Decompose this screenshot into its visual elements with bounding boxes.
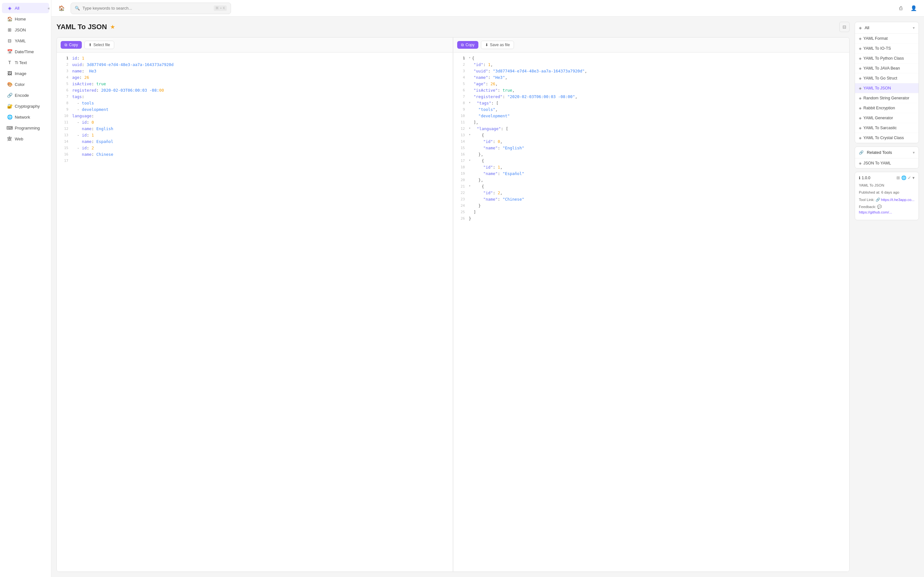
sidebar-item-text[interactable]: T Ti Text xyxy=(2,57,49,68)
sidebar-item-encode[interactable]: 🔗 Encode xyxy=(2,90,49,100)
save-file-label: Save as file xyxy=(490,43,510,47)
line-content: - development xyxy=(72,106,450,113)
related-section-chevron-icon: ▾ xyxy=(913,150,915,155)
line-content: }, xyxy=(469,151,846,158)
tool-item-rabbit-encrypt[interactable]: ◈ Rabbit Encryption xyxy=(855,103,919,113)
globe-icon[interactable]: 🌐 xyxy=(901,175,906,180)
version-number: ℹ 1.0.0 xyxy=(859,176,871,180)
line-content: "tools", xyxy=(469,106,846,113)
sidebar-item-label: All xyxy=(15,6,19,11)
grid-icon[interactable]: ⊞ xyxy=(897,175,900,180)
collapse-arrow[interactable]: ▾ xyxy=(469,158,471,163)
line-number: 11 xyxy=(456,119,465,125)
code-line: 13 ▾ { xyxy=(453,132,849,139)
sidebar-item-home[interactable]: 🏠 Home xyxy=(2,14,49,24)
sidebar-item-label: Ti Text xyxy=(15,60,27,65)
code-line: 3 name: He3 xyxy=(57,68,453,74)
search-bar[interactable]: 🔍 ⌘ + K xyxy=(71,3,231,14)
collapse-arrow[interactable]: ▾ xyxy=(469,183,471,189)
sidebar-item-cryptography[interactable]: 🔐 Cryptography xyxy=(2,101,49,111)
tool-link[interactable]: https://t.he3app.co... xyxy=(881,198,914,201)
home-button[interactable]: 🏠 xyxy=(57,3,67,13)
main-wrapper: 🏠 🔍 ⌘ + K ⎙ 👤 YAML To JSON ★ ⊟ xyxy=(51,0,924,577)
line-number: 26 xyxy=(456,215,465,221)
save-as-file-button[interactable]: ⬇ Save as file xyxy=(481,41,514,49)
tool-label: YAML To Sarcastic xyxy=(863,126,897,130)
line-number: 4 xyxy=(456,74,465,81)
editors-row: ⧉ Copy ⬆ Select file 1 id: 1 xyxy=(57,37,850,572)
all-section-label: All xyxy=(865,25,869,30)
tool-item-random-string[interactable]: ◈ Random String Generator xyxy=(855,93,919,103)
tool-item-yaml-to-python[interactable]: ◈ YAML To Python Class xyxy=(855,53,919,63)
sidebar-item-datetime[interactable]: 📅 Date/Time xyxy=(2,47,49,57)
tool-item-yaml-to-io-ts[interactable]: ◈ YAML To IO-TS xyxy=(855,44,919,53)
related-tools-header[interactable]: 🔗 Related Tools ▾ xyxy=(855,147,919,158)
line-content: "id": 1, xyxy=(469,61,846,68)
search-input[interactable] xyxy=(82,6,211,11)
sidebar-item-all[interactable]: ◈ All xyxy=(2,3,49,13)
code-line: 2 uuid: 3d877494-e7d4-48e3-aa7a-164373a7… xyxy=(57,61,453,68)
line-content: "name": "He3", xyxy=(469,74,846,81)
code-line: 5 isActive: true xyxy=(57,81,453,87)
sidebar-item-label: Color xyxy=(15,82,25,87)
collapse-arrow[interactable]: ▾ xyxy=(469,132,471,137)
tool-icon: ◈ xyxy=(859,136,861,140)
sidebar-item-web[interactable]: 🕸 Web xyxy=(2,134,49,144)
line-content: "uuid": "3d877494-e7d4-48e3-aa7a-164373a… xyxy=(469,68,846,74)
all-tools-header[interactable]: ◈ All ▾ xyxy=(855,22,919,34)
code-line: 26 } xyxy=(453,215,849,222)
sidebar-item-network[interactable]: 🌐 Network xyxy=(2,112,49,122)
sidebar: « ◈ All 🏠 Home ⊞ JSON ⊟ YAML 📅 Date/Time… xyxy=(0,0,51,577)
share-button[interactable]: ⎙ xyxy=(896,3,906,13)
yaml-input-pane: ⧉ Copy ⬆ Select file 1 id: 1 xyxy=(57,37,453,572)
check-icon[interactable]: ✓ xyxy=(908,175,911,180)
collapse-arrow[interactable]: ▾ xyxy=(469,55,471,60)
json-output-pane: ⧉ Copy ⬇ Save as file 1 ▾ { xyxy=(453,37,849,572)
tool-item-yaml-generator[interactable]: ◈ YAML Generator xyxy=(855,113,919,123)
yaml-copy-button[interactable]: ⧉ Copy xyxy=(61,41,82,49)
line-content: "id": 2, xyxy=(469,190,846,196)
yaml-toolbar: ⧉ Copy ⬆ Select file xyxy=(57,37,453,53)
code-line: 16 name: Chinese xyxy=(57,151,453,158)
favorite-star-icon[interactable]: ★ xyxy=(110,23,115,31)
tool-item-yaml-crystal[interactable]: ◈ YAML To Crystal Class xyxy=(855,133,919,143)
sidebar-item-image[interactable]: 🖼 Image xyxy=(2,68,49,79)
line-number: 9 xyxy=(59,106,68,113)
tool-item-yaml-to-java[interactable]: ◈ YAML To JAVA Bean xyxy=(855,63,919,73)
feedback-link[interactable]: https://github.com/... xyxy=(859,210,892,214)
layout-toggle-button[interactable]: ⊟ xyxy=(839,22,850,32)
json-copy-button[interactable]: ⧉ Copy xyxy=(457,41,478,49)
line-content: age: 26 xyxy=(72,74,450,81)
sidebar-item-yaml[interactable]: ⊟ YAML xyxy=(2,35,49,46)
version-chevron-icon[interactable]: ▾ xyxy=(913,175,915,180)
line-number: 1 xyxy=(456,55,465,61)
collapse-arrow[interactable]: ▾ xyxy=(469,126,471,131)
select-file-button[interactable]: ⬆ Select file xyxy=(84,41,114,49)
yaml-editor[interactable]: 1 id: 1 2 uuid: 3d877494-e7d4-48e3-aa7a-… xyxy=(57,53,453,572)
line-number: 15 xyxy=(59,145,68,151)
select-file-label: Select file xyxy=(94,43,110,47)
sidebar-item-color[interactable]: 🎨 Color xyxy=(2,79,49,89)
collapse-arrow[interactable]: ▾ xyxy=(469,100,471,105)
sidebar-item-label: Cryptography xyxy=(15,104,40,109)
sidebar-item-json[interactable]: ⊞ JSON xyxy=(2,25,49,35)
code-line: 9 "tools", xyxy=(453,106,849,113)
tool-icon: ◈ xyxy=(859,47,861,51)
sidebar-collapse-btn[interactable]: « xyxy=(45,5,53,12)
tool-item-yaml-to-go[interactable]: ◈ YAML To Go Struct xyxy=(855,73,919,83)
tool-label: YAML Format xyxy=(863,36,888,41)
code-line: 11 - id: 0 xyxy=(57,119,453,126)
tool-item-json-to-yaml[interactable]: ◈ JSON To YAML xyxy=(855,158,919,168)
tool-item-yaml-to-json[interactable]: ◈ YAML To JSON xyxy=(855,83,919,93)
line-number: 4 xyxy=(59,74,68,81)
account-button[interactable]: 👤 xyxy=(909,3,919,13)
code-line: 18 "id": 1, xyxy=(453,164,849,171)
sidebar-item-programming[interactable]: ⌨ Programming xyxy=(2,123,49,133)
sidebar-item-label: Home xyxy=(15,17,26,21)
tool-item-yaml-sarcastic[interactable]: ◈ YAML To Sarcastic xyxy=(855,123,919,133)
line-number: 2 xyxy=(456,61,465,68)
line-number: 2 xyxy=(59,61,68,68)
tool-item-yaml-format[interactable]: ◈ YAML Format xyxy=(855,34,919,44)
published-text: Published at: 6 days ago xyxy=(859,190,899,194)
line-number: 17 xyxy=(59,158,68,164)
